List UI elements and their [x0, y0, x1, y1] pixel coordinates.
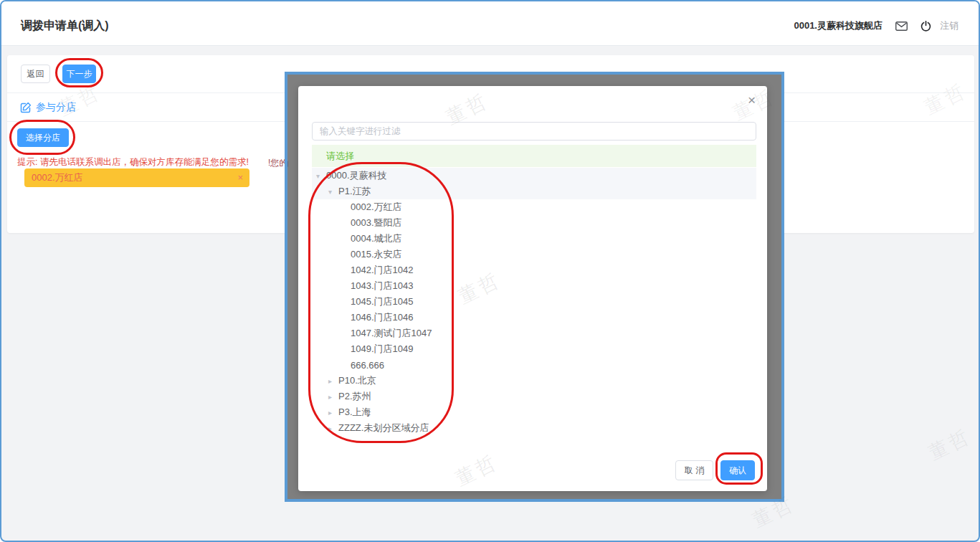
tree-node-label: 0002.万红店 [351, 201, 402, 214]
tree-node[interactable]: ▸ZZZZ.未划分区域分店 [312, 420, 756, 436]
dialog-footer: 取 消 确认 [675, 460, 755, 480]
tree-node[interactable]: 0015.永安店 [312, 247, 756, 262]
hint-text: 提示: 请先电话联系调出店，确保对方库存能满足您的需求! [17, 156, 249, 168]
caret-down-icon[interactable]: ▾ [328, 188, 338, 196]
watermark: 董哲 [924, 423, 976, 466]
tree-node[interactable]: 0004.城北店 [312, 231, 756, 247]
tree-node-label: 0003.暨阳店 [351, 217, 402, 229]
section-title-row: 参与分店 [20, 101, 76, 114]
tree-node[interactable]: 0002.万红店 [312, 199, 756, 215]
tree-node-label: P3.上海 [338, 406, 371, 419]
filter-input[interactable] [312, 122, 756, 141]
tree-node-label: 666.666 [351, 360, 384, 371]
current-shop-label: 0001.灵蕨科技旗舰店 [794, 19, 883, 32]
close-icon[interactable]: × [748, 93, 756, 108]
tree-node[interactable]: 0003.暨阳店 [312, 215, 756, 231]
tree-node-label: 1045.门店1045 [351, 295, 413, 308]
tree-node-label: 1049.门店1049 [351, 343, 413, 356]
tree-node-label: 0000.灵蕨科技 [326, 169, 387, 182]
caret-right-icon[interactable]: ▸ [328, 409, 338, 417]
caret-right-icon[interactable]: ▸ [328, 424, 338, 432]
tree-node[interactable]: 1046.门店1046 [312, 310, 756, 325]
please-select-banner: 请选择 [312, 145, 756, 167]
select-store-button[interactable]: 选择分店 [17, 128, 69, 147]
selected-store-tag: 0002.万红店 × [24, 168, 249, 187]
header: 调拨申请单(调入) 0001.灵蕨科技旗舰店 注销 [1, 1, 979, 46]
tree-node-label: P1.江苏 [338, 185, 371, 198]
caret-right-icon[interactable]: ▸ [328, 393, 338, 401]
tree-node[interactable]: ▾0000.灵蕨科技 [312, 168, 756, 184]
tree-node-label: 0004.城北店 [351, 232, 402, 245]
tree-node[interactable]: 666.666 [312, 357, 756, 373]
selected-store-tag-label: 0002.万红店 [32, 172, 83, 183]
tree-node[interactable]: ▸P3.上海 [312, 404, 756, 420]
caret-right-icon[interactable]: ▸ [328, 377, 338, 385]
tree-node[interactable]: 1043.门店1043 [312, 278, 756, 294]
tree-node[interactable]: 1042.门店1042 [312, 262, 756, 278]
watermark: 董哲 [451, 449, 503, 492]
tree-node[interactable]: 1047.测试门店1047 [312, 325, 756, 341]
tree-node-label: P2.苏州 [338, 390, 371, 403]
tree-node-label: 1042.门店1042 [351, 264, 413, 277]
tree-node[interactable]: ▸P2.苏州 [312, 389, 756, 404]
header-right: 0001.灵蕨科技旗舰店 注销 [794, 19, 958, 33]
tree-node-label: 1046.门店1046 [351, 311, 413, 324]
logout-link[interactable]: 注销 [940, 19, 958, 32]
app-window: 调拨申请单(调入) 0001.灵蕨科技旗舰店 注销 返回 下一步 [0, 0, 980, 542]
tree-node-label: 1043.门店1043 [351, 280, 413, 293]
tree-node-label: ZZZZ.未划分区域分店 [338, 422, 429, 434]
tree-node[interactable]: ▾P1.江苏 [312, 184, 756, 199]
cancel-button[interactable]: 取 消 [675, 460, 713, 480]
modal-screenshot-region: !您的 董哲 × 请选择 ▾0000.灵蕨科技▾P1.江苏0002.万红店000… [285, 72, 784, 502]
tree-node[interactable]: ▸P10.北京 [312, 373, 756, 389]
section-title: 参与分店 [36, 101, 76, 114]
back-button[interactable]: 返回 [21, 65, 50, 83]
tree-node[interactable]: 1049.门店1049 [312, 341, 756, 357]
power-icon[interactable] [920, 21, 931, 32]
tree-node-label: 0015.永安店 [351, 248, 402, 261]
caret-down-icon[interactable]: ▾ [316, 172, 326, 180]
tag-close-icon[interactable]: × [237, 168, 243, 187]
edit-icon [20, 102, 32, 113]
next-step-button[interactable]: 下一步 [62, 65, 96, 83]
tree-node-label: 1047.测试门店1047 [351, 327, 432, 340]
tree-node[interactable]: 1045.门店1045 [312, 294, 756, 310]
mail-icon[interactable] [895, 22, 908, 31]
store-tree: ▾0000.灵蕨科技▾P1.江苏0002.万红店0003.暨阳店0004.城北店… [312, 168, 756, 436]
select-store-dialog: × 请选择 ▾0000.灵蕨科技▾P1.江苏0002.万红店0003.暨阳店00… [298, 86, 767, 491]
confirm-button[interactable]: 确认 [720, 460, 755, 480]
tree-node-label: P10.北京 [338, 374, 376, 387]
page-title: 调拨申请单(调入) [21, 19, 109, 34]
